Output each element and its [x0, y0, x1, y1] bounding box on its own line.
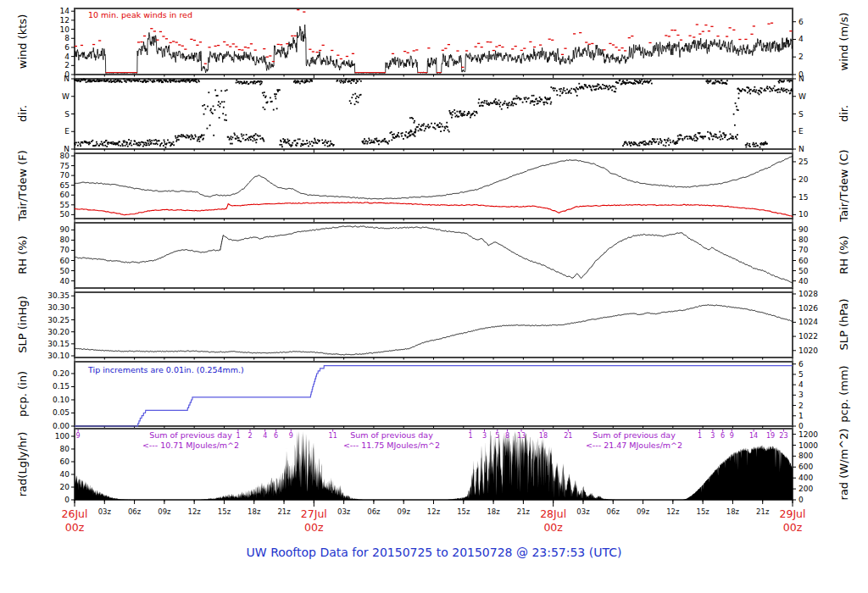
- svg-text:0.20: 0.20: [53, 369, 70, 378]
- svg-text:2: 2: [64, 61, 70, 69]
- svg-text:28Jul: 28Jul: [540, 507, 566, 520]
- rad-sum-day1: Sum of previous day <--- 10.71 MJoules/m…: [114, 430, 267, 451]
- svg-text:40: 40: [60, 277, 70, 285]
- svg-text:0: 0: [798, 422, 804, 430]
- rad-sum-day2-line1: Sum of previous day: [315, 430, 468, 441]
- svg-text:6: 6: [721, 432, 725, 440]
- svg-text:9: 9: [730, 432, 734, 440]
- svg-text:80: 80: [60, 236, 70, 244]
- svg-text:09z: 09z: [637, 507, 650, 516]
- svg-text:21z: 21z: [517, 507, 531, 516]
- temp-left-axis-label: Tair/Tdew (F): [16, 150, 29, 221]
- svg-text:65: 65: [60, 181, 70, 190]
- slp-right-axis-label: SLP (hPa): [837, 298, 850, 350]
- svg-text:50: 50: [60, 267, 70, 275]
- svg-text:12: 12: [60, 16, 70, 25]
- svg-text:W: W: [62, 92, 70, 101]
- figure-title: UW Rooftop Data for 20150725 to 20150728…: [0, 546, 868, 559]
- svg-text:03z: 03z: [576, 507, 590, 516]
- svg-text:1026: 1026: [798, 304, 818, 313]
- svg-text:21z: 21z: [756, 507, 770, 516]
- svg-text:60: 60: [798, 257, 809, 265]
- chart-canvas: 024681012140246NWSENNWSEN505560657075801…: [0, 0, 868, 593]
- svg-text:W: W: [798, 92, 806, 101]
- svg-text:19: 19: [766, 432, 775, 440]
- pcp-tip-note: Tip increments are 0.01in. (0.254mm.): [88, 365, 244, 374]
- rad-sum-day2: Sum of previous day <--- 11.75 MJoules/m…: [315, 430, 468, 451]
- svg-text:14: 14: [60, 7, 70, 15]
- svg-text:30.20: 30.20: [47, 328, 70, 336]
- svg-text:29Jul: 29Jul: [780, 507, 806, 520]
- svg-text:1028: 1028: [798, 290, 818, 298]
- svg-text:50: 50: [798, 267, 809, 275]
- svg-text:3: 3: [798, 391, 804, 399]
- svg-text:1: 1: [468, 432, 472, 440]
- svg-text:6: 6: [64, 43, 70, 52]
- uw-rooftop-weather-figure: 024681012140246NWSENNWSEN505560657075801…: [0, 0, 868, 593]
- rad-sum-day2-line2: <--- 11.75 MJoules/m^2: [315, 441, 468, 451]
- svg-text:03z: 03z: [337, 507, 351, 516]
- svg-text:00z: 00z: [543, 521, 563, 534]
- svg-text:18z: 18z: [248, 507, 261, 516]
- svg-text:N: N: [798, 145, 804, 153]
- svg-text:N: N: [798, 75, 804, 83]
- rad-right-axis-label: rad (W/m^2): [837, 429, 850, 501]
- svg-text:00z: 00z: [65, 521, 85, 534]
- svg-text:3: 3: [710, 432, 715, 440]
- svg-text:60: 60: [60, 257, 70, 265]
- svg-text:60: 60: [60, 191, 70, 199]
- svg-text:55: 55: [60, 201, 70, 209]
- svg-text:12z: 12z: [427, 507, 441, 516]
- svg-text:06z: 06z: [607, 507, 620, 516]
- svg-text:26Jul: 26Jul: [62, 507, 88, 520]
- svg-text:1024: 1024: [798, 318, 818, 326]
- svg-text:3: 3: [482, 432, 487, 440]
- svg-text:E: E: [64, 127, 70, 136]
- svg-text:13: 13: [517, 432, 526, 440]
- svg-text:0: 0: [798, 496, 804, 504]
- svg-text:15z: 15z: [696, 507, 709, 516]
- svg-text:E: E: [798, 127, 804, 136]
- svg-text:90: 90: [60, 225, 70, 234]
- svg-text:15z: 15z: [457, 507, 470, 516]
- svg-text:90: 90: [798, 225, 809, 234]
- svg-text:800: 800: [798, 452, 813, 460]
- svg-text:30.15: 30.15: [47, 340, 70, 348]
- svg-text:N: N: [64, 75, 70, 83]
- svg-text:06z: 06z: [367, 507, 381, 516]
- svg-text:6: 6: [274, 432, 278, 440]
- svg-text:00z: 00z: [304, 521, 324, 534]
- svg-text:4: 4: [798, 380, 804, 389]
- svg-text:0.05: 0.05: [53, 408, 70, 417]
- rad-sum-day3-line2: <--- 21.47 MJoules/m^2: [558, 441, 710, 451]
- rad-sum-day1-line1: Sum of previous day: [114, 430, 267, 441]
- svg-text:06z: 06z: [128, 507, 142, 516]
- svg-text:30.25: 30.25: [47, 316, 70, 324]
- svg-text:1020: 1020: [798, 346, 818, 355]
- svg-text:6: 6: [798, 360, 804, 369]
- svg-text:60: 60: [60, 457, 70, 466]
- svg-text:5: 5: [495, 432, 499, 440]
- rh-right-axis-label: RH (%): [837, 236, 850, 274]
- svg-text:30.10: 30.10: [47, 352, 70, 360]
- rh-left-axis-label: RH (%): [16, 236, 29, 274]
- svg-text:80: 80: [60, 152, 70, 160]
- svg-text:0.00: 0.00: [53, 422, 70, 430]
- svg-text:9: 9: [289, 432, 293, 440]
- dir-right-axis-label: dir.: [837, 105, 850, 122]
- svg-text:9: 9: [76, 432, 81, 440]
- svg-text:12z: 12z: [188, 507, 202, 516]
- temp-right-axis-label: Tair/Tdew (C): [837, 149, 850, 221]
- rad-sum-day3-line1: Sum of previous day: [558, 430, 710, 441]
- svg-text:8: 8: [505, 432, 509, 440]
- svg-text:20: 20: [60, 483, 70, 491]
- svg-text:S: S: [798, 110, 804, 119]
- svg-text:80: 80: [60, 445, 70, 453]
- svg-text:4: 4: [64, 53, 70, 61]
- svg-text:1000: 1000: [798, 441, 818, 450]
- svg-text:10: 10: [798, 210, 809, 219]
- svg-text:27Jul: 27Jul: [301, 507, 327, 520]
- svg-text:100: 100: [55, 432, 70, 441]
- svg-text:80: 80: [798, 236, 809, 244]
- svg-text:2: 2: [798, 53, 804, 61]
